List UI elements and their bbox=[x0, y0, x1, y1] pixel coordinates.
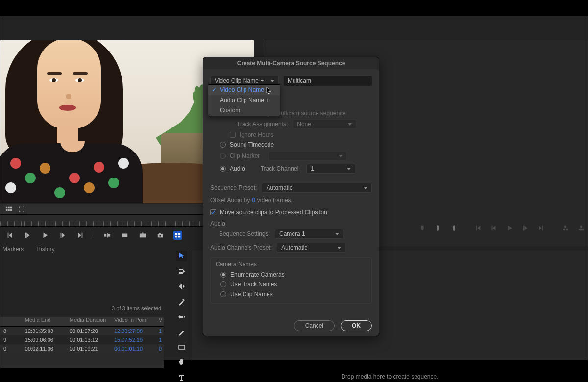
track-select-tool[interactable] bbox=[176, 266, 187, 277]
type-tool[interactable] bbox=[176, 372, 187, 382]
svg-rect-14 bbox=[178, 233, 180, 235]
audio-channels-preset-dropdown[interactable]: Automatic bbox=[277, 243, 345, 253]
svg-rect-16 bbox=[178, 236, 180, 238]
ok-button[interactable]: OK bbox=[341, 320, 372, 331]
svg-rect-8 bbox=[122, 234, 128, 237]
svg-rect-20 bbox=[179, 269, 183, 270]
mark-out-button[interactable] bbox=[450, 224, 457, 232]
selection-status: 3 of 3 items selected bbox=[112, 306, 161, 311]
overwrite-button[interactable] bbox=[121, 231, 129, 240]
project-panel: Media End Media Duration Video In Point … bbox=[0, 317, 164, 368]
tab-markers[interactable]: Markers bbox=[2, 246, 24, 253]
use-track-names-radio[interactable]: Use Track Names bbox=[220, 280, 367, 289]
move-clips-checkbox[interactable]: Move source clips to Processed Clips bin bbox=[210, 207, 327, 217]
svg-rect-21 bbox=[179, 272, 183, 274]
step-fwd-button[interactable] bbox=[522, 224, 529, 232]
step-fwd-button[interactable] bbox=[58, 231, 67, 240]
pen-tool[interactable] bbox=[176, 327, 187, 337]
offset-audio-value[interactable]: 0 bbox=[252, 197, 255, 204]
extract-button[interactable] bbox=[578, 224, 585, 232]
razor-tool[interactable] bbox=[176, 296, 187, 307]
sequence-name-field[interactable]: Multicam bbox=[284, 76, 372, 86]
table-row[interactable]: 915:09:06:0600:01:13:1215:07:52:191 bbox=[0, 335, 164, 344]
camera-names-title: Camera Names bbox=[216, 261, 367, 268]
col-blank2[interactable] bbox=[6, 317, 22, 326]
sync-clip-marker-radio[interactable]: Clip Marker bbox=[220, 150, 372, 162]
svg-rect-15 bbox=[175, 236, 177, 238]
svg-rect-13 bbox=[175, 233, 177, 235]
svg-rect-6 bbox=[104, 234, 106, 236]
svg-rect-19 bbox=[579, 229, 584, 230]
svg-rect-5 bbox=[10, 209, 12, 211]
program-transport bbox=[423, 222, 585, 234]
dropdown-item-audio[interactable]: Audio Clip Name + bbox=[208, 95, 280, 105]
svg-rect-3 bbox=[6, 209, 8, 211]
track-assignments-dropdown: None bbox=[293, 119, 356, 129]
export-frame-button[interactable] bbox=[138, 231, 147, 240]
audio-section-title: Audio bbox=[203, 219, 379, 227]
sequence-settings-dropdown[interactable]: Camera 1 bbox=[275, 229, 343, 239]
play-button[interactable] bbox=[41, 231, 49, 240]
goto-out-button[interactable] bbox=[538, 224, 544, 232]
selection-tool[interactable] bbox=[176, 251, 187, 261]
add-marker-button[interactable] bbox=[419, 224, 426, 232]
fit-icon[interactable] bbox=[18, 206, 25, 213]
camera-icon[interactable] bbox=[156, 231, 165, 240]
table-row[interactable]: 812:31:35:0300:01:07:2012:30:27:081 bbox=[0, 327, 164, 335]
tab-history[interactable]: History bbox=[36, 246, 54, 253]
cursor-icon bbox=[266, 86, 272, 95]
svg-rect-4 bbox=[8, 209, 10, 211]
tools-panel bbox=[174, 251, 189, 382]
sequence-preset-label: Sequence Preset: bbox=[210, 184, 257, 191]
enumerate-cameras-radio[interactable]: Enumerate Cameras bbox=[220, 270, 367, 280]
sync-audio-radio[interactable]: Audio Track Channel 1 bbox=[220, 162, 372, 175]
col-video-in[interactable]: Video In Point bbox=[111, 317, 156, 326]
goto-out-button[interactable] bbox=[76, 231, 85, 240]
separator bbox=[94, 231, 94, 238]
svg-rect-9 bbox=[140, 234, 146, 238]
dialog-title: Create Multi-Camera Source Sequence bbox=[203, 57, 379, 69]
use-clip-names-radio[interactable]: Use Clip Names bbox=[220, 289, 367, 299]
insert-button[interactable] bbox=[103, 231, 112, 240]
col-media-duration[interactable]: Media Duration bbox=[67, 317, 111, 326]
col-v[interactable]: V bbox=[156, 317, 164, 326]
lift-button[interactable] bbox=[562, 224, 569, 232]
step-back-button[interactable] bbox=[490, 224, 497, 232]
grid-icon[interactable] bbox=[5, 206, 12, 213]
play-button[interactable] bbox=[506, 224, 513, 232]
camera-names-group: Camera Names Enumerate Cameras Use Track… bbox=[210, 257, 372, 304]
track-channel-label: Track Channel bbox=[261, 165, 299, 172]
mark-in-button[interactable] bbox=[435, 224, 441, 232]
svg-rect-17 bbox=[563, 229, 565, 230]
rectangle-tool[interactable] bbox=[176, 342, 187, 353]
svg-rect-18 bbox=[566, 229, 568, 230]
sequence-settings-label: Sequence Settings: bbox=[210, 230, 270, 237]
slip-tool[interactable] bbox=[176, 311, 187, 322]
svg-rect-12 bbox=[159, 233, 161, 234]
sync-sound-timecode-radio[interactable]: Sound Timecode bbox=[220, 140, 372, 150]
table-row[interactable]: 000:02:11:0600:01:09:2100:01:01:100 bbox=[0, 344, 164, 353]
cancel-button[interactable]: Cancel bbox=[294, 320, 335, 331]
col-media-end[interactable]: Media End bbox=[22, 317, 67, 326]
svg-point-11 bbox=[159, 235, 161, 237]
col-blank[interactable] bbox=[0, 317, 6, 326]
ignore-hours-checkbox[interactable]: Ignore Hours bbox=[230, 130, 372, 140]
ripple-edit-tool[interactable] bbox=[176, 281, 187, 292]
track-channel-dropdown[interactable]: 1 bbox=[306, 164, 355, 174]
offset-audio-suffix: video frames. bbox=[257, 197, 293, 204]
svg-rect-0 bbox=[6, 207, 8, 209]
toggle-multicam-button[interactable] bbox=[173, 231, 182, 240]
goto-in-button[interactable] bbox=[475, 224, 482, 232]
timeline-drop-hint: Drop media here to create sequence. bbox=[192, 373, 588, 380]
dropdown-item-custom[interactable]: Custom bbox=[208, 105, 280, 116]
svg-rect-7 bbox=[108, 234, 110, 236]
offset-audio-label: Offset Audio by bbox=[210, 197, 250, 204]
track-assignments-label: Track Assignments: bbox=[237, 121, 288, 127]
goto-in-button[interactable] bbox=[5, 231, 14, 240]
step-back-button[interactable] bbox=[23, 231, 32, 240]
clip-marker-dropdown bbox=[269, 151, 347, 161]
svg-rect-1 bbox=[8, 207, 10, 209]
audio-channels-preset-label: Audio Channels Preset: bbox=[210, 244, 272, 251]
hand-tool[interactable] bbox=[176, 357, 187, 368]
sequence-preset-dropdown[interactable]: Automatic bbox=[262, 183, 372, 193]
